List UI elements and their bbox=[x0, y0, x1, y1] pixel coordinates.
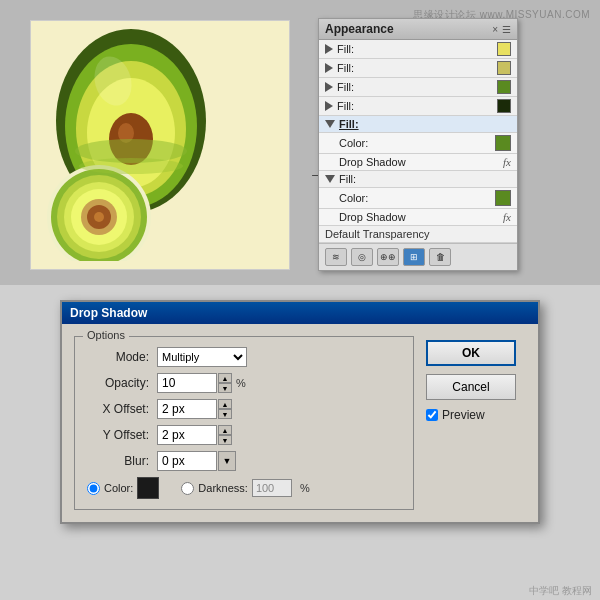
y-offset-input[interactable] bbox=[157, 425, 217, 445]
preview-label: Preview bbox=[442, 408, 485, 422]
color-sub-swatch[interactable] bbox=[495, 135, 511, 151]
darkness-unit: % bbox=[300, 482, 310, 494]
panel-footer: ≋ ◎ ⊕⊕ ⊞ 🗑 bbox=[319, 243, 517, 270]
appearance-panel-header: Appearance × ☰ bbox=[319, 19, 517, 40]
blur-dropdown[interactable]: ▼ bbox=[218, 451, 236, 471]
x-offset-arrows: ▲ ▼ bbox=[218, 399, 232, 419]
dropshadow-sub-row-2: Drop Shadow fx bbox=[319, 209, 517, 226]
mode-select[interactable]: Multiply Normal Screen bbox=[157, 347, 247, 367]
footer-delete-btn[interactable]: 🗑 bbox=[429, 248, 451, 266]
color-radio-group: Color: bbox=[87, 477, 159, 499]
svg-point-14 bbox=[94, 212, 104, 222]
color-radio-label: Color: bbox=[104, 482, 133, 494]
fill-row-5[interactable]: Fill: bbox=[319, 171, 517, 188]
y-offset-down[interactable]: ▼ bbox=[218, 435, 232, 445]
blur-row: Blur: ▼ bbox=[87, 451, 401, 471]
options-legend: Options bbox=[83, 329, 129, 341]
opacity-down[interactable]: ▼ bbox=[218, 383, 232, 393]
default-transparency-label: Default Transparency bbox=[325, 228, 430, 240]
cancel-button[interactable]: Cancel bbox=[426, 374, 516, 400]
footer-curves-btn[interactable]: ≋ bbox=[325, 248, 347, 266]
blur-stepper: ▼ bbox=[157, 451, 236, 471]
darkness-radio-label: Darkness: bbox=[198, 482, 248, 494]
default-transparency-row: Default Transparency bbox=[319, 226, 517, 243]
fill-label-5: Fill: bbox=[339, 173, 511, 185]
dropshadow-label-2: Drop Shadow bbox=[339, 211, 503, 223]
fill-label-active: Fill: bbox=[339, 118, 511, 130]
darkness-radio[interactable] bbox=[181, 482, 194, 495]
fill-row-1[interactable]: Fill: bbox=[319, 40, 517, 59]
color-preview-swatch[interactable] bbox=[137, 477, 159, 499]
opacity-label: Opacity: bbox=[87, 376, 157, 390]
fill-label-1: Fill: bbox=[337, 43, 493, 55]
fill-expand-4[interactable] bbox=[325, 101, 333, 111]
x-offset-input[interactable] bbox=[157, 399, 217, 419]
x-offset-label: X Offset: bbox=[87, 402, 157, 416]
color-sub-swatch-2[interactable] bbox=[495, 190, 511, 206]
fill-label-4: Fill: bbox=[337, 100, 493, 112]
opacity-up[interactable]: ▲ bbox=[218, 373, 232, 383]
footer-add-btn[interactable]: ⊞ bbox=[403, 248, 425, 266]
color-sub-label: Color: bbox=[339, 137, 491, 149]
panel-close-button[interactable]: × bbox=[492, 24, 498, 35]
fill-swatch-4[interactable] bbox=[497, 99, 511, 113]
opacity-row: Opacity: ▲ ▼ % bbox=[87, 373, 401, 393]
y-offset-up[interactable]: ▲ bbox=[218, 425, 232, 435]
y-offset-arrows: ▲ ▼ bbox=[218, 425, 232, 445]
panel-menu-icon[interactable]: ☰ bbox=[502, 24, 511, 35]
fill-label-3: Fill: bbox=[337, 81, 493, 93]
x-offset-stepper: ▲ ▼ bbox=[157, 399, 232, 419]
mode-label: Mode: bbox=[87, 350, 157, 364]
y-offset-stepper: ▲ ▼ bbox=[157, 425, 232, 445]
blur-input[interactable] bbox=[157, 451, 217, 471]
mode-row: Mode: Multiply Normal Screen bbox=[87, 347, 401, 367]
x-offset-row: X Offset: ▲ ▼ bbox=[87, 399, 401, 419]
fx-label-2: fx bbox=[503, 211, 511, 223]
dialog-titlebar: Drop Shadow bbox=[62, 302, 538, 324]
preview-check-group: Preview bbox=[426, 408, 526, 422]
canvas-area: 思缘设计论坛 www.MISSYUAN.COM bbox=[0, 0, 600, 285]
fill-row-4[interactable]: Fill: bbox=[319, 97, 517, 116]
dialog-body: Options Mode: Multiply Normal Screen Opa… bbox=[62, 324, 538, 522]
color-sub-row-2: Color: bbox=[319, 188, 517, 209]
appearance-panel: Appearance × ☰ Fill: Fill: Fill: Fill: bbox=[318, 18, 518, 271]
fill-expand-2[interactable] bbox=[325, 63, 333, 73]
opacity-arrows: ▲ ▼ bbox=[218, 373, 232, 393]
opacity-input[interactable] bbox=[157, 373, 217, 393]
options-group: Options Mode: Multiply Normal Screen Opa… bbox=[74, 336, 414, 510]
darkness-input[interactable] bbox=[252, 479, 292, 497]
fill-expand-1[interactable] bbox=[325, 44, 333, 54]
color-radio[interactable] bbox=[87, 482, 100, 495]
opacity-stepper: ▲ ▼ % bbox=[157, 373, 246, 393]
blur-label: Blur: bbox=[87, 454, 157, 468]
fill-row-2[interactable]: Fill: bbox=[319, 59, 517, 78]
x-offset-up[interactable]: ▲ bbox=[218, 399, 232, 409]
fill-swatch-2[interactable] bbox=[497, 61, 511, 75]
fill-row-3[interactable]: Fill: bbox=[319, 78, 517, 97]
color-sub-label-2: Color: bbox=[339, 192, 491, 204]
x-offset-down[interactable]: ▼ bbox=[218, 409, 232, 419]
fill-swatch-3[interactable] bbox=[497, 80, 511, 94]
ok-button[interactable]: OK bbox=[426, 340, 516, 366]
fx-label-1: fx bbox=[503, 156, 511, 168]
color-sub-row: Color: bbox=[319, 133, 517, 154]
bottom-watermark: 中学吧 教程网 bbox=[529, 584, 592, 598]
dropshadow-label-1: Drop Shadow bbox=[339, 156, 503, 168]
dialog-left: Options Mode: Multiply Normal Screen Opa… bbox=[74, 336, 414, 510]
dialog-right: OK Cancel Preview bbox=[426, 336, 526, 510]
preview-checkbox[interactable] bbox=[426, 409, 438, 421]
y-offset-label: Y Offset: bbox=[87, 428, 157, 442]
footer-new-btn[interactable]: ◎ bbox=[351, 248, 373, 266]
fill-expand-5[interactable] bbox=[325, 175, 335, 183]
footer-link-btn[interactable]: ⊕⊕ bbox=[377, 248, 399, 266]
fill-label-2: Fill: bbox=[337, 62, 493, 74]
fill-expand-active[interactable] bbox=[325, 120, 335, 128]
fill-expand-3[interactable] bbox=[325, 82, 333, 92]
drop-shadow-dialog: Drop Shadow Options Mode: Multiply Norma… bbox=[60, 300, 540, 524]
appearance-title: Appearance bbox=[325, 22, 394, 36]
color-row: Color: Darkness: % bbox=[87, 477, 401, 499]
fill-swatch-1[interactable] bbox=[497, 42, 511, 56]
dropshadow-sub-row-1: Drop Shadow fx bbox=[319, 154, 517, 171]
avocado-illustration bbox=[31, 21, 271, 261]
fill-row-active[interactable]: Fill: bbox=[319, 116, 517, 133]
